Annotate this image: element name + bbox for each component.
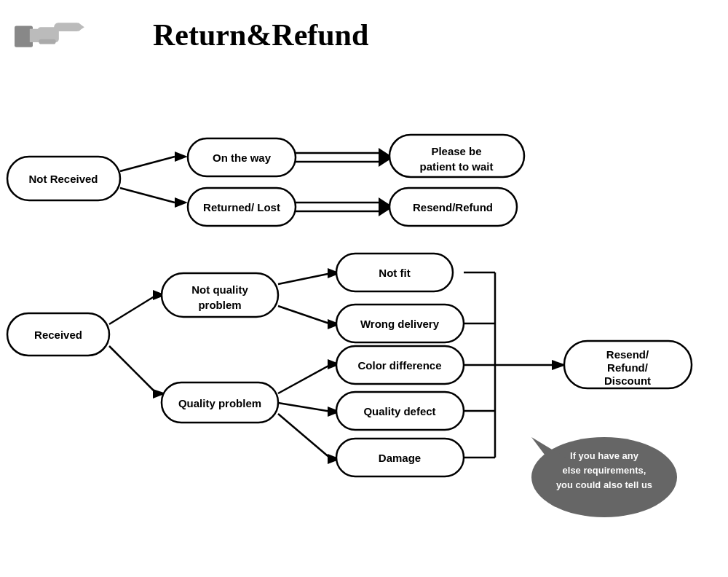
- resend-refund-discount-label2: Refund/: [607, 361, 649, 374]
- svg-line-37: [278, 414, 331, 459]
- received-label: Received: [34, 329, 82, 341]
- page-title: Return&Refund: [153, 17, 368, 52]
- please-wait-label: Please be: [431, 145, 481, 157]
- svg-rect-6: [39, 39, 55, 44]
- speech-bubble-line2: else requirements,: [563, 465, 646, 476]
- svg-rect-4: [54, 23, 81, 31]
- damage-label: Damage: [379, 452, 421, 464]
- speech-bubble-line3: you could also tell us: [556, 479, 652, 490]
- resend-refund-discount-label: Resend/: [606, 348, 649, 361]
- not-fit-label: Not fit: [379, 267, 410, 279]
- page-container: Return&Refund Not Received On the way Re…: [0, 0, 728, 577]
- not-quality-problem-label2: problem: [198, 299, 241, 311]
- svg-point-53: [531, 437, 677, 517]
- quality-problem-label: Quality problem: [178, 397, 261, 409]
- svg-line-33: [278, 364, 331, 393]
- hand-icon: [15, 13, 87, 57]
- svg-line-10: [120, 188, 175, 203]
- speech-bubble-line1: If you have any: [570, 450, 639, 461]
- svg-marker-9: [175, 152, 188, 162]
- not-quality-problem-label: Not quality: [191, 283, 248, 296]
- wrong-delivery-label: Wrong delivery: [360, 318, 440, 330]
- returned-lost-label: Returned/ Lost: [203, 201, 280, 213]
- svg-line-35: [278, 403, 331, 412]
- resend-refund-discount-label3: Discount: [604, 374, 651, 387]
- resend-refund-top-label: Resend/Refund: [413, 201, 493, 213]
- svg-line-23: [109, 295, 157, 324]
- header: Return&Refund: [0, 0, 728, 57]
- svg-line-31: [278, 306, 331, 324]
- svg-line-29: [278, 273, 331, 284]
- not-received-label: Not Received: [28, 173, 98, 185]
- quality-defect-label: Quality defect: [363, 405, 435, 417]
- svg-line-25: [109, 346, 157, 393]
- color-difference-label: Color difference: [357, 359, 441, 372]
- svg-line-8: [120, 157, 175, 171]
- svg-marker-11: [175, 197, 188, 208]
- please-wait-label2: patient to wait: [420, 160, 494, 173]
- diagram-svg: Not Received On the way Returned/ Lost P…: [0, 80, 728, 568]
- on-the-way-label: On the way: [213, 152, 272, 164]
